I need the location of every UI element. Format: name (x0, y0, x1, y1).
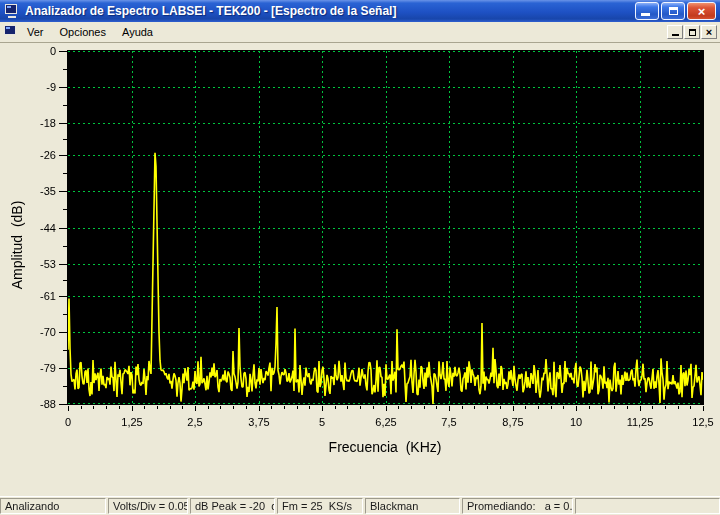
status-panel-window-function: Blackman (365, 498, 460, 514)
x-minor-tick (119, 406, 120, 409)
menu-ayuda[interactable]: Ayuda (114, 24, 161, 40)
x-minor-tick (208, 406, 209, 409)
x-minor-tick (627, 406, 628, 409)
x-tick-label: 2,5 (173, 416, 217, 428)
x-major-tick (703, 406, 704, 411)
status-panel-empty (575, 498, 720, 514)
status-bar: Analizando Volts/Div = 0.05 V dB Peak = … (0, 496, 720, 515)
y-tick-label: -70 (26, 326, 56, 338)
x-minor-tick (220, 406, 221, 409)
x-major-tick (132, 406, 133, 411)
window-title: Analizador de Espectro LABSEI - TEK200 -… (25, 4, 633, 18)
x-tick-label: 3,75 (237, 416, 281, 428)
x-major-tick (386, 406, 387, 411)
x-minor-tick (678, 406, 679, 409)
y-tick-label: -53 (26, 258, 56, 270)
y-major-tick (59, 191, 67, 192)
x-tick-label: 1,25 (110, 416, 154, 428)
x-minor-tick (665, 406, 666, 409)
app-window: Analizador de Espectro LABSEI - TEK200 -… (0, 0, 720, 515)
y-tick-label: -88 (26, 398, 56, 410)
mdi-minimize-button[interactable] (667, 25, 683, 39)
y-tick-label: -18 (26, 117, 56, 129)
x-minor-tick (284, 406, 285, 409)
y-major-tick (59, 296, 67, 297)
mdi-close-button[interactable]: × (701, 25, 717, 39)
close-icon: × (698, 5, 706, 18)
app-icon-glint (7, 6, 11, 8)
x-minor-tick (563, 406, 564, 409)
x-minor-tick (144, 406, 145, 409)
x-minor-tick (538, 406, 539, 409)
status-panel-averaging: Promediando: a = 0.7 (462, 498, 573, 514)
x-tick-label: 10 (554, 416, 598, 428)
x-minor-tick (347, 406, 348, 409)
app-icon-base (8, 16, 16, 18)
x-tick-label: 7,5 (427, 416, 471, 428)
x-tick-label: 8,75 (491, 416, 535, 428)
y-major-tick (59, 87, 67, 88)
y-axis-title: Amplitud (dB) (9, 175, 25, 315)
x-major-tick (259, 406, 260, 411)
menu-separator (0, 42, 720, 43)
y-major-tick (59, 51, 67, 52)
status-panel-volts-div: Volts/Div = 0.05 V (108, 498, 188, 514)
x-minor-tick (398, 406, 399, 409)
close-button[interactable]: × (687, 2, 716, 20)
status-panel-sample-rate: Fm = 25 KS/s (277, 498, 363, 514)
y-tick-label: 0 (26, 45, 56, 57)
y-tick-label: -44 (26, 222, 56, 234)
x-minor-tick (297, 406, 298, 409)
minimize-icon (641, 13, 650, 16)
x-minor-tick (474, 406, 475, 409)
x-minor-tick (309, 406, 310, 409)
app-icon (4, 3, 20, 19)
document-icon[interactable] (3, 24, 19, 40)
x-minor-tick (182, 406, 183, 409)
menu-opciones[interactable]: Opciones (52, 24, 114, 40)
y-tick-label: -61 (26, 290, 56, 302)
y-major-tick (59, 228, 67, 229)
x-major-tick (513, 406, 514, 411)
x-major-tick (322, 406, 323, 411)
x-minor-tick (81, 406, 82, 409)
minimize-button[interactable] (635, 2, 659, 20)
x-minor-tick (170, 406, 171, 409)
restore-icon (669, 7, 678, 15)
y-major-tick (59, 123, 67, 124)
x-minor-tick (157, 406, 158, 409)
x-minor-tick (652, 406, 653, 409)
restore-button[interactable] (661, 2, 685, 20)
x-minor-tick (411, 406, 412, 409)
x-minor-tick (424, 406, 425, 409)
menu-ver[interactable]: Ver (19, 24, 52, 40)
x-tick-label: 5 (300, 416, 344, 428)
x-minor-tick (487, 406, 488, 409)
x-minor-tick (335, 406, 336, 409)
x-major-tick (640, 406, 641, 411)
x-major-tick (195, 406, 196, 411)
x-major-tick (449, 406, 450, 411)
x-minor-tick (436, 406, 437, 409)
x-major-tick (68, 406, 69, 411)
x-tick-label: 6,25 (364, 416, 408, 428)
y-major-tick (59, 368, 67, 369)
mdi-minimize-icon (672, 34, 679, 36)
x-minor-tick (601, 406, 602, 409)
document-icon-base (7, 37, 15, 39)
x-major-tick (576, 406, 577, 411)
status-panel-state: Analizando (0, 498, 106, 514)
y-tick-label: -26 (26, 149, 56, 161)
y-tick-label: -35 (26, 185, 56, 197)
x-minor-tick (373, 406, 374, 409)
x-tick-label: 11,25 (618, 416, 662, 428)
x-minor-tick (106, 406, 107, 409)
mdi-restore-button[interactable] (684, 25, 700, 39)
y-tick-label: -9 (26, 81, 56, 93)
menu-bar: Ver Opciones Ayuda × (0, 22, 720, 42)
x-minor-tick (271, 406, 272, 409)
x-tick-label: 0 (46, 416, 90, 428)
plot-area (67, 50, 704, 405)
x-minor-tick (462, 406, 463, 409)
x-minor-tick (500, 406, 501, 409)
